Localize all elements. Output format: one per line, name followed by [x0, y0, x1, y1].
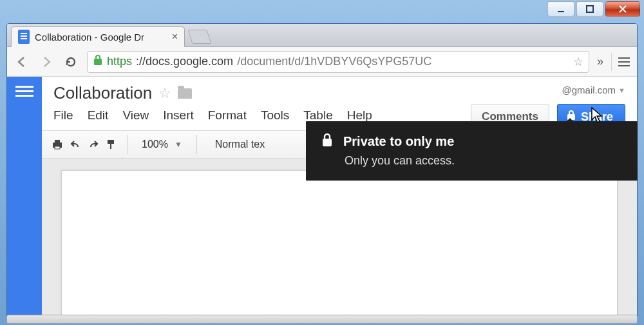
- move-to-folder-icon[interactable]: [178, 88, 192, 99]
- tab-close-icon[interactable]: ×: [172, 31, 178, 43]
- account-email[interactable]: @gmail.com ▼: [562, 84, 625, 95]
- print-icon[interactable]: [50, 137, 65, 152]
- url-host: ://docs.google.com: [136, 55, 233, 68]
- dropdown-caret-icon: ▼: [175, 140, 182, 149]
- menu-tools[interactable]: Tools: [261, 108, 289, 123]
- toolbar-separator: [127, 135, 128, 154]
- tooltip-body: Only you can access.: [345, 154, 622, 168]
- zoom-dropdown[interactable]: 100% ▼: [135, 139, 189, 150]
- menu-insert[interactable]: Insert: [163, 108, 194, 123]
- svg-rect-7: [108, 140, 114, 144]
- svg-rect-1: [587, 6, 593, 12]
- menu-view[interactable]: View: [122, 108, 149, 123]
- window-minimize-button[interactable]: [547, 1, 574, 17]
- menu-help[interactable]: Help: [347, 108, 372, 123]
- paragraph-style-dropdown[interactable]: Normal tex: [205, 139, 275, 150]
- redo-icon[interactable]: [86, 137, 101, 152]
- window-titlebar: [0, 0, 644, 23]
- tooltip-lock-icon: [321, 133, 333, 150]
- address-bar[interactable]: https ://docs.google.com /document/d/1hV…: [87, 51, 589, 73]
- menu-format[interactable]: Format: [208, 108, 247, 123]
- paint-format-icon[interactable]: [104, 137, 119, 152]
- document-area: @gmail.com ▼ Collaboration ☆ File Edit V…: [42, 77, 637, 317]
- reload-button[interactable]: [62, 54, 79, 70]
- svg-rect-6: [55, 146, 60, 149]
- svg-rect-0: [558, 11, 564, 12]
- forward-button[interactable]: [38, 54, 55, 70]
- window-maximize-button[interactable]: [576, 1, 603, 17]
- tab-title: Collaboration - Google Dr: [35, 32, 144, 43]
- svg-rect-8: [110, 144, 111, 149]
- url-scheme: https: [107, 55, 132, 68]
- chrome-menu-button[interactable]: [611, 53, 630, 71]
- window-horizontal-scrollbar[interactable]: [6, 315, 638, 324]
- menu-edit[interactable]: Edit: [88, 108, 109, 123]
- tooltip-title: Private to only me: [343, 134, 454, 149]
- zoom-value: 100%: [142, 139, 168, 150]
- svg-rect-9: [323, 139, 332, 146]
- paragraph-style-value: Normal tex: [215, 139, 265, 150]
- url-path: /document/d/1hVDBYV6QsYPG57UC: [237, 55, 431, 68]
- document-canvas[interactable]: [61, 170, 618, 317]
- svg-rect-5: [55, 140, 60, 143]
- new-tab-button[interactable]: [187, 30, 211, 44]
- account-email-text: @gmail.com: [562, 84, 616, 95]
- hamburger-icon: [618, 61, 630, 63]
- account-caret-icon: ▼: [618, 86, 625, 94]
- svg-rect-2: [94, 59, 102, 65]
- bookmark-star-icon[interactable]: ☆: [573, 55, 583, 69]
- docs-logo-icon: [15, 86, 33, 99]
- window-frame: Collaboration - Google Dr × https ://doc…: [0, 0, 644, 325]
- menu-file[interactable]: File: [53, 108, 73, 123]
- lock-icon: [93, 54, 103, 69]
- undo-icon[interactable]: [68, 137, 83, 152]
- window-close-button[interactable]: [605, 1, 640, 17]
- docs-favicon-icon: [18, 30, 30, 44]
- browser-toolbar: https ://docs.google.com /document/d/1hV…: [7, 47, 637, 77]
- docs-home-button[interactable]: [7, 77, 42, 317]
- document-canvas-wrapper: [42, 159, 637, 317]
- page-content: @gmail.com ▼ Collaboration ☆ File Edit V…: [7, 77, 637, 317]
- star-document-icon[interactable]: ☆: [158, 85, 171, 102]
- extensions-overflow-icon[interactable]: »: [597, 55, 603, 68]
- document-title[interactable]: Collaboration: [53, 83, 152, 103]
- menu-table[interactable]: Table: [303, 108, 332, 123]
- share-tooltip: Private to only me Only you can access.: [306, 121, 638, 181]
- tab-strip: Collaboration - Google Dr ×: [7, 24, 637, 47]
- browser-tab[interactable]: Collaboration - Google Dr ×: [11, 26, 185, 47]
- back-button[interactable]: [14, 54, 30, 70]
- toolbar-separator: [196, 135, 197, 154]
